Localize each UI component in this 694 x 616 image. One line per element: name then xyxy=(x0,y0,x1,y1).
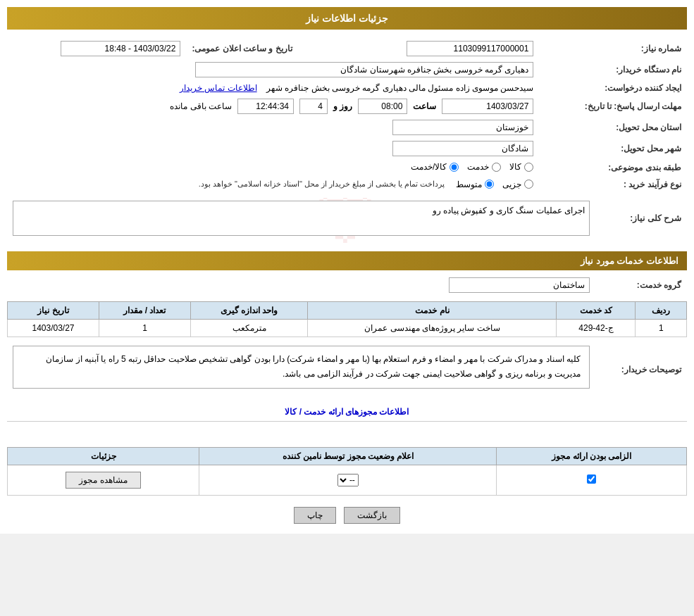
need-number-value xyxy=(350,38,539,59)
purchase-type-row: جزیی متوسط پرداخت تمام یا بخشی از مبلغ خ… xyxy=(7,177,539,192)
city-input[interactable] xyxy=(392,141,533,156)
radio-medium[interactable]: متوسط xyxy=(456,180,494,189)
buyer-notes-label: توصیحات خریدار: xyxy=(595,343,687,397)
perm-required-checkbox[interactable] xyxy=(587,474,596,484)
radio-medium-input[interactable] xyxy=(485,180,494,189)
services-title: اطلاعات خدمات مورد نیاز xyxy=(581,256,678,266)
creator-label: ایجاد کننده درخواست: xyxy=(539,80,687,96)
service-group-label: گروه خدمت: xyxy=(595,275,687,296)
buyer-org-label: نام دستگاه خریدار: xyxy=(539,59,687,80)
col-row: ردیف xyxy=(636,301,687,319)
province-input[interactable] xyxy=(392,120,533,135)
radio-service-label: خدمت xyxy=(467,162,489,172)
subject-label: طبقه بندی موضوعی: xyxy=(539,159,687,177)
city-label: شهر محل تحویل: xyxy=(539,138,687,159)
service-group-table: گروه خدمت: xyxy=(7,275,687,296)
need-description-container: 🛡 شرح کلی نیاز: اجرای عملیات سنگ کاری و … xyxy=(7,198,687,244)
remaining-label: ساعت باقی مانده xyxy=(170,101,232,111)
need-desc-value: اجرای عملیات سنگ کاری و کفپوش پیاده رو xyxy=(7,198,595,239)
buyer-notes-value: کلیه اسناد و مدراک شرکت با مهر و امضاء و… xyxy=(7,343,595,397)
radio-goods[interactable]: کالا xyxy=(509,162,533,172)
need-desc-text: اجرای عملیات سنگ کاری و کفپوش پیاده رو xyxy=(433,206,585,215)
buyer-notes-box: کلیه اسناد و مدراک شرکت با مهر و امضاء و… xyxy=(13,346,590,389)
radio-service-input[interactable] xyxy=(492,163,501,172)
perm-col-required: الزامی بودن ارائه مجوز xyxy=(497,447,687,465)
purchase-note: پرداخت تمام یا بخشی از مبلغ خریدار از مح… xyxy=(199,180,445,189)
col-date: تاریخ نیاز xyxy=(8,301,99,319)
days-label: روز و xyxy=(333,101,352,111)
buyer-notes-text: کلیه اسناد و مدراک شرکت با مهر و امضاء و… xyxy=(46,354,581,379)
permissions-table: الزامی بودن ارائه مجوز اعلام وضعیت مجوز … xyxy=(7,447,687,496)
buttons-row: بازگشت چاپ xyxy=(7,504,687,527)
col-quantity: تعداد / مقدار xyxy=(99,301,191,319)
announcement-date-value xyxy=(7,38,186,59)
need-desc-label: شرح کلی نیاز: xyxy=(595,198,687,239)
service-group-value xyxy=(7,275,595,296)
send-date-row: ساعت روز و ساعت باقی مانده xyxy=(7,96,539,117)
need-desc-box: اجرای عملیات سنگ کاری و کفپوش پیاده رو xyxy=(13,201,590,236)
creator-value: سیدحسن موسوی زاده مسئول مالی دهیاری گرمه… xyxy=(7,80,539,96)
page-wrapper: جزئیات اطلاعات نیاز شماره نیاز: تاریخ و … xyxy=(0,0,694,534)
radio-service[interactable]: خدمت xyxy=(467,162,501,172)
city-value xyxy=(7,138,539,159)
main-info-table: شماره نیاز: تاریخ و ساعت اعلان عمومی: نا… xyxy=(7,38,687,192)
col-unit: واحد اندازه گیری xyxy=(190,301,307,319)
announcement-date-label: تاریخ و ساعت اعلان عمومی: xyxy=(186,38,350,59)
services-table: ردیف کد خدمت نام خدمت واحد اندازه گیری ت… xyxy=(7,301,687,337)
title-text: جزئیات اطلاعات نیاز xyxy=(306,13,388,24)
subject-radios: کالا خدمت کالا/خدمت xyxy=(7,159,539,177)
radio-goods-service-label: کالا/خدمت xyxy=(411,162,447,172)
radio-goods-label: کالا xyxy=(509,162,521,172)
need-number-label: شماره نیاز: xyxy=(539,38,687,59)
deadline-date-input[interactable] xyxy=(442,99,533,114)
deadline-days-input[interactable] xyxy=(299,99,328,114)
announcement-date-input[interactable] xyxy=(61,41,180,56)
need-desc-table: شرح کلی نیاز: اجرای عملیات سنگ کاری و کف… xyxy=(7,198,687,239)
service-group-input[interactable] xyxy=(449,277,590,293)
buyer-org-value xyxy=(7,59,539,80)
time-label: ساعت xyxy=(413,101,436,111)
col-code: کد خدمت xyxy=(557,301,636,319)
radio-partial[interactable]: جزیی xyxy=(502,180,533,189)
radio-goods-input[interactable] xyxy=(524,163,533,172)
perm-col-details: جزئیات xyxy=(8,447,199,465)
col-name: نام خدمت xyxy=(308,301,557,319)
page-title: جزئیات اطلاعات نیاز xyxy=(7,7,687,30)
send-date-label: مهلت ارسال پاسخ: تا تاریخ: xyxy=(539,96,687,117)
table-row: 1ج-42-429ساخت سایر پروژه‌های مهندسی عمرا… xyxy=(8,319,687,337)
radio-goods-service[interactable]: کالا/خدمت xyxy=(411,162,459,172)
services-section-header: اطلاعات خدمات مورد نیاز xyxy=(7,251,687,270)
permissions-header: اطلاعات مجوزهای ارائه خدمت / کالا xyxy=(7,403,687,422)
province-value xyxy=(7,117,539,138)
creator-text: سیدحسن موسوی زاده مسئول مالی دهیاری گرمه… xyxy=(266,83,533,93)
buyer-org-input[interactable] xyxy=(195,62,533,77)
perm-col-announcement: اعلام وضعیت مجوز توسط نامین کننده xyxy=(199,447,497,465)
radio-goods-service-input[interactable] xyxy=(450,163,459,172)
purchase-type-label: نوع فرآیند خرید : xyxy=(539,177,687,192)
buyer-notes-table: توصیحات خریدار: کلیه اسناد و مدراک شرکت … xyxy=(7,343,687,397)
radio-medium-label: متوسط xyxy=(456,180,482,189)
permissions-title: اطلاعات مجوزهای ارائه خدمت / کالا xyxy=(285,407,409,417)
radio-partial-input[interactable] xyxy=(524,180,533,189)
radio-partial-label: جزیی xyxy=(502,180,521,189)
perm-announcement-select[interactable]: -- xyxy=(337,474,359,486)
view-permit-button[interactable]: مشاهده مجوز xyxy=(66,472,140,489)
back-button[interactable]: بازگشت xyxy=(344,507,400,524)
deadline-time-input[interactable] xyxy=(358,99,407,114)
deadline-timer-input[interactable] xyxy=(237,99,294,114)
print-button[interactable]: چاپ xyxy=(294,507,336,524)
need-number-input[interactable] xyxy=(407,41,533,56)
table-row: --مشاهده مجوز xyxy=(8,465,687,495)
province-label: استان محل تحویل: xyxy=(539,117,687,138)
creator-link[interactable]: اطلاعات تماس خریدار xyxy=(180,83,257,93)
